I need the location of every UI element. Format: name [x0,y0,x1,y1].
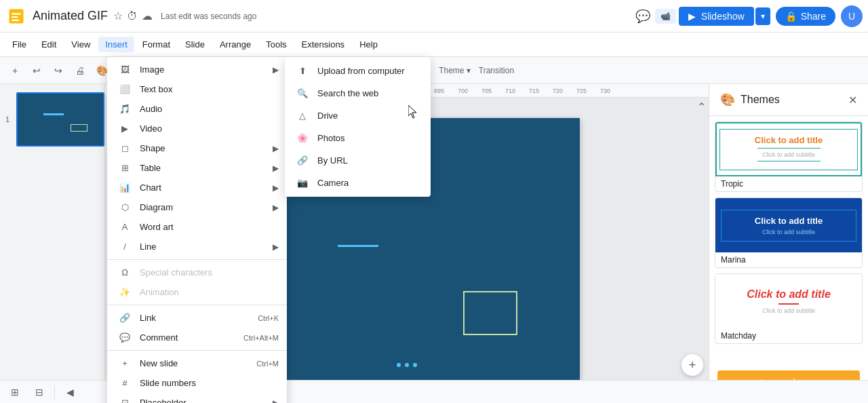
animation-icon: ✨ [118,287,132,297]
menu-item-new-slide[interactable]: + New slide Ctrl+M [107,353,287,373]
slide-dots [397,363,417,367]
svg-rect-2 [12,16,18,18]
menu-item-image[interactable]: 🖼 Image ▶ [107,60,287,79]
submenu-by-url[interactable]: 🔗 By URL [285,149,431,172]
menu-arrange[interactable]: Arrange [213,37,258,52]
placeholder-icon: ⊡ [118,398,132,403]
toolbar-theme[interactable]: Theme ▾ [436,66,473,75]
search-web-icon: 🔍 [296,88,309,98]
theme-card-tropic[interactable]: Click to add title Click to add subtitle… [715,121,863,192]
theme-card-matchday[interactable]: Click to add title Click to add subtitle… [715,273,863,344]
share-button[interactable]: 🔒 Share [776,7,835,26]
slide-element-corner [463,291,517,335]
star-icon[interactable]: ☆ [113,9,123,22]
submenu-search-web[interactable]: 🔍 Search the web [285,82,431,104]
toolbar-undo[interactable]: ↩ [27,61,46,80]
bottom-separator [54,385,55,399]
arrow-icon-line: ▶ [273,242,279,252]
doc-icon-group: ☆ ⏱ ☁ [113,9,153,22]
video-icon: ▶ [118,123,132,134]
arrow-icon: ▶ [273,65,279,75]
toolbar-print[interactable]: 🖨 [71,61,90,80]
menu-item-chart[interactable]: 📊 Chart ▶ [107,178,287,197]
submenu-photos[interactable]: 🌸 Photos [285,127,431,149]
toolbar-redo[interactable]: ↪ [49,61,68,80]
menu-extensions[interactable]: Extensions [295,37,352,52]
menu-item-textbox[interactable]: ⬜ Text box [107,79,287,99]
menu-view[interactable]: View [64,37,97,52]
theme-tropic-name: Tropic [715,176,862,191]
table-icon: ⊞ [118,163,132,173]
menu-edit[interactable]: Edit [35,37,63,52]
image-icon: 🖼 [118,64,132,75]
submenu-upload[interactable]: ⬆ Upload from computer [285,60,431,82]
camera-icon: 📷 [296,178,309,188]
menu-item-slide-numbers[interactable]: # Slide numbers [107,373,287,393]
textbox-icon: ⬜ [118,84,132,94]
menu-item-diagram[interactable]: ⬡ Diagram ▶ [107,197,287,217]
comment-shortcut: Ctrl+Alt+M [243,334,279,342]
upload-icon: ⬆ [296,66,309,76]
menu-format[interactable]: Format [136,37,177,52]
bottom-hide-panel-btn[interactable]: ◀ [60,383,79,402]
menu-separator-1 [107,259,287,260]
menu-item-shape[interactable]: ◻ Shape ▶ [107,138,287,158]
toolbar-transition[interactable]: Transition [476,66,517,75]
new-slide-shortcut: Ctrl+M [256,360,279,368]
menu-item-wordart[interactable]: A Word art [107,217,287,237]
menu-item-table[interactable]: ⊞ Table ▶ [107,158,287,178]
submenu-drive[interactable]: △ Drive [285,104,431,127]
themes-list: Click to add title Click to add subtitle… [709,116,868,362]
user-avatar[interactable]: U [841,5,863,27]
menu-tools[interactable]: Tools [259,37,293,52]
menu-file[interactable]: File [5,37,33,52]
menu-help[interactable]: Help [353,37,384,52]
menu-item-video[interactable]: ▶ Video [107,119,287,138]
toolbar-add-slide[interactable]: + [5,61,24,80]
slide-thumb-1[interactable] [16,92,104,147]
menu-item-comment[interactable]: 💬 Comment Ctrl+Alt+M [107,328,287,347]
add-slide-btn[interactable]: + [682,354,703,376]
themes-close-btn[interactable]: ✕ [848,94,857,107]
theme-preview-matchday: Click to add title Click to add subtitle [715,274,862,328]
document-title[interactable]: Animated GIF [33,9,108,23]
last-edit-text: Last edit was seconds ago [161,12,631,21]
theme-matchday-sub: Click to add subtitle [721,307,856,314]
panel-collapse-btn[interactable]: ⌃ [697,100,706,113]
slideshow-button[interactable]: ▶ Slideshow [679,7,754,26]
chart-icon: 📊 [118,183,132,193]
menu-item-line[interactable]: / Line ▶ [107,237,287,256]
comments-button[interactable]: 💬 [631,4,655,28]
history-icon[interactable]: ⏱ [127,10,138,22]
menu-item-animation[interactable]: ✨ Animation [107,282,287,302]
comment-icon: 💬 [118,332,132,343]
menu-separator-3 [107,350,287,351]
bottom-grid-view-btn[interactable]: ⊟ [30,383,49,402]
play-icon: ▶ [688,11,696,22]
theme-card-marina[interactable]: Click to add title Click to add subtitle… [715,197,863,268]
themes-header: 🎨 Themes ✕ [709,84,868,116]
url-icon: 🔗 [296,155,309,166]
theme-matchday-name: Matchday [715,328,862,343]
svg-rect-3 [12,19,20,20]
menu-item-link[interactable]: 🔗 Link Ctrl+K [107,308,287,328]
menu-item-placeholder[interactable]: ⊡ Placeholder ▶ [107,393,287,403]
menu-slide[interactable]: Slide [178,37,212,52]
theme-preview-tropic: Click to add title Click to add subtitle [715,122,862,176]
audio-icon: 🎵 [118,104,132,114]
arrow-icon-shape: ▶ [273,144,279,153]
lock-icon: 🔒 [785,11,797,22]
app-icon[interactable] [5,5,27,27]
google-meet-btn[interactable]: 📹 [655,9,676,24]
slideshow-dropdown[interactable]: ▾ [755,7,770,25]
menu-insert[interactable]: Insert [98,37,134,52]
arrow-icon-chart: ▶ [273,183,279,193]
bottom-slide-view-btn[interactable]: ⊞ [5,383,24,402]
submenu-camera[interactable]: 📷 Camera [285,172,431,194]
slide-mini-line [43,113,64,115]
slide-1-container: 1 [16,92,99,147]
menu-item-special-chars[interactable]: Ω Special characters [107,263,287,282]
theme-marina-title: Click to add title [727,216,850,226]
menu-item-audio[interactable]: 🎵 Audio [107,99,287,119]
cloud-icon[interactable]: ☁ [142,9,153,22]
